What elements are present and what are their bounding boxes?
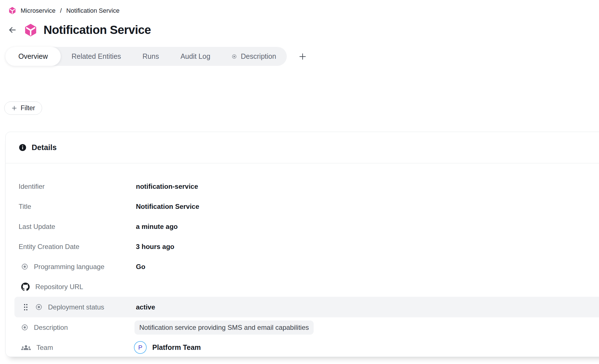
breadcrumb-separator: /: [60, 7, 62, 14]
radio-icon: [232, 54, 237, 59]
breadcrumb-entity-type[interactable]: Microservice: [21, 7, 55, 14]
team-avatar[interactable]: P: [134, 341, 147, 354]
tab-label: Overview: [18, 52, 48, 60]
row-label: Description: [34, 324, 68, 332]
row-value-pill: Notification service providing SMS and e…: [134, 320, 314, 335]
details-rows: Identifiernotification-serviceTitleNotif…: [6, 163, 599, 358]
row-label: Last Update: [19, 223, 55, 231]
row-label: Identifier: [19, 183, 45, 190]
row-value-team: PPlatform Team: [134, 341, 201, 354]
row-value: notification-service: [136, 183, 198, 190]
tab-label: Runs: [142, 52, 159, 60]
tab-overview[interactable]: Overview: [5, 47, 61, 66]
row-label-cell: Description: [19, 324, 68, 332]
page-title: Notification Service: [44, 23, 151, 37]
details-row-identifier: Identifiernotification-service: [6, 176, 599, 196]
row-value: active: [136, 303, 155, 311]
row-label: Repository URL: [35, 283, 83, 291]
entity-cube-icon: [24, 23, 37, 37]
breadcrumb: Microservice / Notification Service: [8, 7, 120, 14]
tab-related-entities[interactable]: Related Entities: [61, 47, 132, 66]
radio-icon: [21, 324, 28, 331]
row-label-cell: Identifier: [19, 183, 45, 190]
details-row-description: DescriptionNotification service providin…: [6, 317, 599, 337]
row-label-cell: Entity Creation Date: [19, 243, 79, 251]
filter-button-label: Filter: [21, 104, 35, 112]
row-label-cell: Title: [19, 203, 31, 211]
details-row-title: TitleNotification Service: [6, 196, 599, 216]
details-card: Details Identifiernotification-serviceTi…: [5, 132, 599, 357]
team-name[interactable]: Platform Team: [152, 343, 201, 352]
row-label: Programming language: [34, 263, 104, 271]
breadcrumb-current: Notification Service: [66, 7, 120, 14]
row-label-cell: Team: [19, 343, 53, 352]
radio-icon: [35, 304, 42, 311]
add-tab-button[interactable]: [296, 50, 309, 63]
row-label-cell: Last Update: [19, 223, 55, 231]
team-icon: [21, 343, 31, 352]
row-value: Notification Service: [136, 203, 199, 211]
tab-runs[interactable]: Runs: [132, 47, 170, 66]
row-label-cell: Programming language: [19, 263, 104, 271]
entity-cube-icon: [8, 7, 16, 14]
tab-audit-log[interactable]: Audit Log: [170, 47, 221, 66]
row-label: Title: [19, 203, 31, 211]
back-button[interactable]: [7, 25, 18, 35]
row-label: Team: [36, 344, 53, 352]
info-icon: [19, 144, 27, 151]
details-row-programming-language: Programming languageGo: [6, 257, 599, 277]
drag-handle-icon[interactable]: [23, 304, 28, 311]
row-label: Entity Creation Date: [19, 243, 79, 251]
details-row-deployment-status[interactable]: Deployment statusactive: [14, 297, 599, 317]
details-row-entity-creation-date: Entity Creation Date3 hours ago: [6, 237, 599, 257]
tabs-row: OverviewRelated EntitiesRunsAudit LogDes…: [5, 47, 309, 66]
plus-icon: [11, 105, 17, 111]
row-value: 3 hours ago: [136, 243, 174, 251]
tab-label: Audit Log: [181, 52, 210, 60]
tab-label: Description: [241, 52, 276, 60]
row-label-cell: Repository URL: [19, 283, 83, 291]
details-row-last-update: Last Updatea minute ago: [6, 216, 599, 237]
page-header: Notification Service: [7, 23, 151, 37]
tab-label: Related Entities: [71, 52, 121, 60]
details-row-team: TeamPPlatform Team: [6, 337, 599, 358]
details-row-repository-url: Repository URL: [6, 277, 599, 297]
tab-bar: OverviewRelated EntitiesRunsAudit LogDes…: [5, 47, 287, 66]
tab-description[interactable]: Description: [221, 47, 287, 66]
details-card-header: Details: [6, 132, 599, 163]
radio-icon: [21, 263, 28, 270]
github-icon: [21, 283, 30, 291]
row-label-cell: Deployment status: [23, 303, 104, 311]
row-value: a minute ago: [136, 223, 178, 231]
row-value: Go: [136, 263, 145, 271]
row-label: Deployment status: [48, 303, 104, 311]
filter-button[interactable]: Filter: [4, 101, 42, 115]
details-card-title: Details: [32, 143, 57, 152]
